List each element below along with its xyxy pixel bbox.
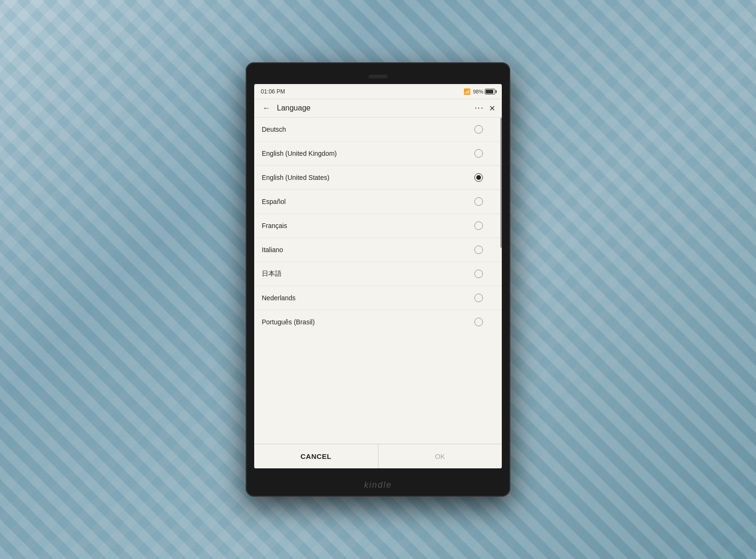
language-name: Español: [262, 198, 286, 205]
radio-button[interactable]: [474, 221, 483, 230]
kindle-screen: 01:06 PM 📶 98% ← Language ⋮ ✕: [254, 84, 502, 468]
more-options-button[interactable]: ⋮: [474, 104, 484, 113]
language-name: 日本語: [262, 270, 282, 278]
battery-fill: [486, 90, 493, 93]
language-item[interactable]: Deutsch: [254, 118, 502, 142]
ok-button[interactable]: OK: [378, 444, 502, 468]
language-name: Italiano: [262, 246, 283, 254]
battery-indicator: 98%: [473, 89, 495, 94]
language-item[interactable]: Nederlands: [254, 286, 502, 310]
app-header: ← Language ⋮ ✕: [254, 99, 502, 118]
status-icons: 📶 98%: [464, 88, 495, 95]
radio-button[interactable]: [474, 149, 483, 158]
language-item[interactable]: English (United Kingdom): [254, 142, 502, 166]
language-item[interactable]: Português (Brasil): [254, 310, 502, 334]
cancel-button[interactable]: CANCEL: [254, 444, 378, 468]
language-item[interactable]: 日本語: [254, 262, 502, 286]
scrollbar-thumb: [500, 118, 502, 248]
radio-button[interactable]: [474, 197, 483, 206]
kindle-device: 01:06 PM 📶 98% ← Language ⋮ ✕: [246, 62, 510, 497]
language-name: Français: [262, 222, 287, 229]
kindle-top-bar: [254, 71, 502, 82]
language-name: Deutsch: [262, 126, 286, 133]
radio-button[interactable]: [474, 173, 483, 182]
status-time: 01:06 PM: [261, 88, 285, 95]
bottom-actions: CANCEL OK: [254, 444, 502, 468]
close-button[interactable]: ✕: [489, 104, 495, 113]
radio-button[interactable]: [474, 270, 483, 278]
radio-button[interactable]: [474, 246, 483, 254]
language-item[interactable]: Français: [254, 214, 502, 238]
language-item[interactable]: English (United States): [254, 166, 502, 190]
language-item[interactable]: Italiano: [254, 238, 502, 262]
language-name: English (United Kingdom): [262, 150, 337, 157]
status-bar: 01:06 PM 📶 98%: [254, 84, 502, 99]
kindle-branding: kindle: [246, 480, 510, 490]
language-item[interactable]: Español: [254, 190, 502, 214]
language-list: DeutschEnglish (United Kingdom)English (…: [254, 118, 502, 444]
battery-percent: 98%: [473, 89, 483, 94]
scrollbar-track[interactable]: [500, 118, 502, 444]
header-actions: ⋮ ✕: [474, 103, 495, 113]
language-name: Português (Brasil): [262, 318, 315, 326]
wifi-icon: 📶: [464, 88, 471, 95]
back-button[interactable]: ←: [261, 103, 272, 113]
radio-button[interactable]: [474, 125, 483, 134]
battery-box: [485, 89, 495, 94]
radio-button[interactable]: [474, 318, 483, 326]
radio-button[interactable]: [474, 294, 483, 302]
language-name: Nederlands: [262, 294, 296, 302]
language-name: English (United States): [262, 174, 329, 181]
page-title: Language: [277, 104, 470, 112]
kindle-sensor: [369, 75, 387, 78]
